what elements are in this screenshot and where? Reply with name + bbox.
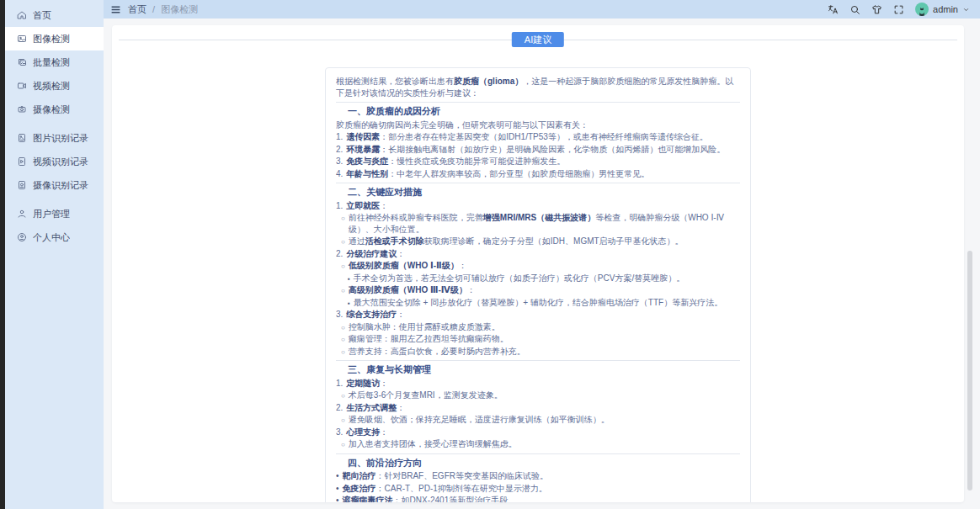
sidebar-item-label: 视频识别记录 — [33, 156, 88, 168]
sidebar: 首页图像检测批量检测视频检测摄像检测图片识别记录视频识别记录摄像识别记录用户管理… — [5, 0, 104, 509]
report-text: 1.遗传因素：部分患者存在特定基因突变（如IDH1/TP53等），或患有神经纤维… — [336, 131, 740, 143]
menu-toggle-icon[interactable] — [110, 4, 121, 15]
report-text: ○通过活检或手术切除获取病理诊断，确定分子分型（如IDH、MGMT启动子甲基化状… — [336, 236, 740, 247]
sidebar-item-label: 用户管理 — [33, 208, 70, 220]
sidebar-item-user-manage[interactable]: 用户管理 — [5, 202, 104, 225]
report: 根据检测结果，您被诊断出患有胶质瘤（glioma），这是一种起源于脑部胶质细胞的… — [325, 67, 751, 502]
profile-icon — [17, 232, 27, 242]
report-text: •免疫治疗：CAR-T、PD-1抑制剂等在研究中显示潜力。 — [336, 483, 740, 495]
report-text: ○控制脑水肿：使用甘露醇或糖皮质激素。 — [336, 321, 740, 333]
main-area: AI建议 根据检测结果，您被诊断出患有胶质瘤（glioma），这是一种起源于脑部… — [104, 19, 980, 509]
breadcrumb-home[interactable]: 首页 — [128, 4, 146, 14]
report-text: 3.综合支持治疗： — [336, 309, 740, 321]
report-text: •溶瘤病毒疗法：如DNX-2401等新型治疗手段。 — [336, 495, 740, 502]
breadcrumb-separator: / — [152, 4, 155, 14]
sidebar-item-label: 摄像检测 — [33, 103, 70, 116]
sidebar-item-label: 图片识别记录 — [33, 132, 88, 145]
section-divider — [336, 102, 740, 103]
section-divider — [336, 183, 740, 183]
user-menu[interactable]: admin — [915, 3, 970, 16]
image-record-icon — [17, 133, 27, 143]
section-heading: 二、关键应对措施 — [336, 187, 740, 199]
ai-suggestion-card: AI建议 根据检测结果，您被诊断出患有胶质瘤（glioma），这是一种起源于脑部… — [112, 25, 964, 502]
sidebar-item-label: 图像检测 — [33, 33, 70, 45]
sidebar-item-home[interactable]: 首页 — [5, 3, 104, 27]
report-text: ○高级别胶质瘤（WHO Ⅲ-Ⅳ级）： — [336, 284, 740, 296]
sidebar-item-label: 视频检测 — [33, 80, 70, 93]
sidebar-item-image-record[interactable]: 图片识别记录 — [5, 126, 104, 150]
section-heading: 四、前沿治疗方向 — [336, 458, 740, 469]
sidebar-item-label: 个人中心 — [33, 231, 70, 244]
report-text: 胶质瘤的确切病因尚未完全明确，但研究表明可能与以下因素有关： — [336, 119, 740, 131]
breadcrumb: 首页 / 图像检测 — [128, 3, 198, 16]
sidebar-item-profile[interactable]: 个人中心 — [5, 225, 104, 249]
section-heading: 一、胶质瘤的成因分析 — [336, 106, 740, 118]
sidebar-item-video-record[interactable]: 视频识别记录 — [5, 150, 104, 173]
section-divider — [336, 453, 740, 454]
report-text: 根据检测结果，您被诊断出患有胶质瘤（glioma），这是一种起源于脑部胶质细胞的… — [336, 76, 740, 98]
sidebar-menu: 首页图像检测批量检测视频检测摄像检测图片识别记录视频识别记录摄像识别记录用户管理… — [5, 3, 104, 249]
report-text: ○癫痫管理：服用左乙拉西坦等抗癫痫药物。 — [336, 333, 740, 345]
sidebar-item-camera-detect[interactable]: 摄像检测 — [5, 98, 104, 121]
translate-icon[interactable] — [828, 4, 839, 15]
report-text: •靶向治疗：针对BRAF、EGFR等突变基因的临床试验。 — [336, 470, 740, 482]
theme-icon[interactable] — [871, 4, 882, 15]
sidebar-item-label: 摄像识别记录 — [33, 179, 88, 192]
report-text: ○前往神经外科或肿瘤专科医院，完善增强MRI/MRS（磁共振波谱）等检查，明确肿… — [336, 212, 740, 235]
image-detect-icon — [17, 34, 27, 44]
content-column: 首页 / 图像检测 admin — [104, 0, 980, 509]
topbar: 首页 / 图像检测 admin — [104, 0, 980, 19]
video-record-icon — [17, 156, 27, 167]
sidebar-item-label: 首页 — [33, 9, 51, 22]
report-text: 4.年龄与性别：中老年人群发病率较高，部分亚型（如胶质母细胞瘤）男性更常见。 — [336, 168, 740, 180]
report-text: ○加入患者支持团体，接受心理咨询缓解焦虑。 — [336, 438, 740, 450]
report-text: 3.免疫与炎症：慢性炎症或免疫功能异常可能促进肿瘤发生。 — [336, 156, 740, 167]
sidebar-item-label: 批量检测 — [33, 56, 70, 69]
batch-detect-icon — [17, 57, 27, 67]
report-text: 2.生活方式调整： — [336, 402, 740, 414]
sidebar-item-camera-record[interactable]: 摄像识别记录 — [5, 173, 104, 197]
section-divider — [336, 360, 740, 361]
report-text: ○避免吸烟、饮酒；保持充足睡眠，适度进行康复训练（如平衡训练）。 — [336, 414, 740, 426]
sidebar-item-batch-detect[interactable]: 批量检测 — [5, 50, 104, 74]
report-text: ○营养支持：高蛋白饮食，必要时肠内营养补充。 — [336, 346, 740, 358]
breadcrumb-current: 图像检测 — [161, 4, 198, 14]
ai-suggestion-button[interactable]: AI建议 — [512, 32, 564, 47]
report-text: ○低级别胶质瘤（WHO Ⅰ-Ⅱ级）： — [336, 260, 740, 272]
user-manage-icon — [17, 209, 27, 219]
sidebar-item-image-detect[interactable]: 图像检测 — [5, 27, 104, 50]
report-text: 3.心理支持： — [336, 427, 740, 438]
video-detect-icon — [17, 81, 27, 91]
username-label: admin — [933, 4, 958, 14]
report-text: 2.环境暴露：长期接触电离辐射（如放疗史）是明确风险因素，化学物质（如丙烯腈）也… — [336, 144, 740, 156]
camera-detect-icon — [17, 104, 27, 114]
home-icon — [17, 10, 27, 20]
camera-record-icon — [17, 180, 27, 190]
chevron-down-icon — [962, 6, 970, 13]
avatar[interactable] — [915, 3, 929, 16]
search-icon[interactable] — [850, 4, 860, 15]
fullscreen-icon[interactable] — [893, 4, 904, 15]
scrollbar-thumb[interactable] — [967, 251, 972, 490]
report-text: 2.分级治疗建议： — [336, 248, 740, 260]
topbar-actions: admin — [828, 3, 970, 16]
sidebar-item-video-detect[interactable]: 视频检测 — [5, 74, 104, 98]
section-heading: 三、康复与长期管理 — [336, 364, 740, 376]
report-text: ▪手术全切为首选，若无法全切可辅以放疗（如质子治疗）或化疗（PCV方案/替莫唑胺… — [336, 273, 740, 284]
report-text: ○术后每3-6个月复查MRI，监测复发迹象。 — [336, 390, 740, 401]
card-header: AI建议 — [112, 32, 964, 54]
report-text: 1.立即就医： — [336, 200, 740, 212]
app-window: 首页图像检测批量检测视频检测摄像检测图片识别记录视频识别记录摄像识别记录用户管理… — [0, 0, 980, 509]
topbar-action-icons — [828, 4, 904, 15]
report-text: 1.定期随访： — [336, 378, 740, 390]
report-text: ▪最大范围安全切除 + 同步放化疗（替莫唑胺）+ 辅助化疗，结合肿瘤电场治疗（T… — [336, 297, 740, 309]
